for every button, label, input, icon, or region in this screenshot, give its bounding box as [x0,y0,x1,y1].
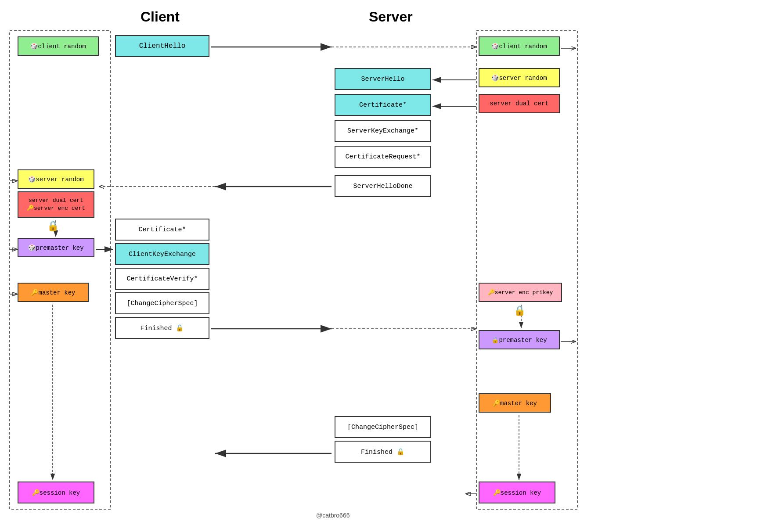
session-key-right: 🔑session key [479,482,555,503]
server-enc-prikey: 🔑server enc prikey [479,283,562,302]
premaster-key-left: 🎲premaster key [18,238,94,257]
server-hello-done-box: ServerHelloDone [335,175,431,197]
master-key-left: 🔑master key [18,283,89,302]
lock-icon-left: 🔒 [47,220,59,232]
finished-client-box: Finished 🔒 [115,317,209,339]
client-key-exchange-box: ClientKeyExchange [115,243,209,265]
certificate-request-box: CertificateRequest* [335,146,431,168]
certificate-verify-box: CertificateVerify* [115,268,209,290]
client-hello-box: ClientHello [115,35,209,57]
client-header: Client [141,9,180,25]
watermark: @catbro666 [316,512,350,519]
premaster-key-right: 🔒premaster key [479,330,560,349]
certificate-star-client: Certificate* [115,219,209,241]
session-key-left: 🔑session key [18,482,94,503]
server-dual-cert-right: server dual cert [479,94,560,113]
change-cipher-spec-client-box: [ChangeCipherSpec] [115,292,209,314]
server-key-exchange-box: ServerKeyExchange* [335,120,431,142]
diagram: Client Server 🎲client random 🎲server ran… [0,0,782,532]
server-random-left: 🎲server random [18,169,94,189]
finished-server-box: Finished 🔒 [335,441,431,463]
change-cipher-spec-server-box: [ChangeCipherSpec] [335,416,431,438]
master-key-right: 🔑master key [479,393,551,413]
server-dual-cert-left: server dual cert🔑server enc cert [18,191,94,218]
certificate-star-server-box: Certificate* [335,94,431,116]
svg-rect-0 [10,31,111,509]
server-header: Server [369,9,413,25]
client-random-left: 🎲client random [18,36,99,56]
server-hello-box: ServerHello [335,68,431,90]
server-random-right: 🎲server random [479,68,560,87]
lock-icon-right: 🔒 [514,305,526,317]
client-random-right: 🎲client random [479,36,560,56]
